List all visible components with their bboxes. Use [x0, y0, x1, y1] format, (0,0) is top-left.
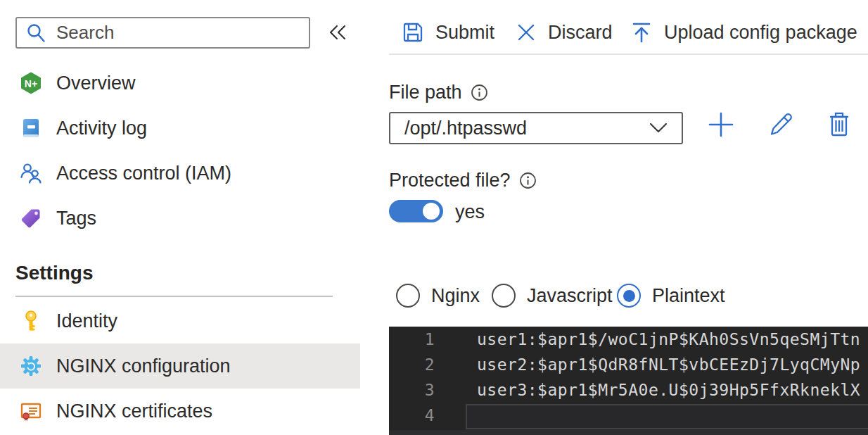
sidebar-divider: [15, 296, 333, 297]
double-chevron-left-icon: [326, 21, 349, 44]
upload-icon: [630, 21, 653, 44]
discard-button[interactable]: Discard: [516, 18, 613, 46]
radio-circle-icon: [492, 284, 516, 308]
radio-label: Plaintext: [652, 285, 725, 307]
main-panel: Submit Discard Upload config package: [389, 0, 868, 435]
nginx-configuration-page: N+ Overview Activity log: [0, 0, 868, 435]
sidebar-item-nginx-certificates[interactable]: NGINX certificates: [0, 389, 360, 434]
certificate-icon: [20, 400, 42, 422]
sidebar-item-access-control[interactable]: Access control (IAM): [0, 151, 360, 196]
collapse-sidebar-button[interactable]: [326, 21, 349, 44]
protected-file-toggle[interactable]: [389, 200, 443, 222]
sidebar-item-nginx-configuration[interactable]: NGINX configuration: [0, 343, 360, 389]
line-number: 4: [389, 406, 435, 424]
chevron-down-icon: [649, 122, 668, 134]
radio-label: Nginx: [431, 285, 480, 307]
pencil-icon: [767, 111, 795, 139]
nginx-plus-icon: N+: [20, 72, 42, 94]
radio-circle-checked-icon: [617, 284, 641, 308]
save-icon: [402, 21, 424, 44]
editor-line[interactable]: 4: [389, 403, 868, 428]
toggle-state-label: yes: [455, 201, 485, 223]
trash-icon: [825, 111, 853, 139]
radio-nginx[interactable]: Nginx: [396, 284, 480, 308]
sidebar-item-label: Overview: [56, 72, 136, 94]
sidebar-item-overview[interactable]: N+ Overview: [0, 61, 360, 106]
file-path-dropdown[interactable]: /opt/.htpasswd: [389, 112, 683, 144]
close-x-icon: [516, 22, 537, 43]
plus-icon: [707, 111, 735, 139]
discard-label: Discard: [548, 22, 613, 44]
file-path-value: /opt/.htpasswd: [404, 118, 649, 139]
protected-file-label-text: Protected file?: [389, 170, 511, 191]
edit-file-button[interactable]: [767, 111, 795, 139]
sidebar: N+ Overview Activity log: [0, 0, 389, 435]
sidebar-item-tags[interactable]: Tags: [0, 196, 360, 241]
editor-line[interactable]: 3 user3:$apr1$Mr5A0e.U$0j39Hp5FfxRkneklX: [389, 377, 868, 403]
add-file-button[interactable]: [707, 111, 735, 139]
line-content: user3:$apr1$Mr5A0e.U$0j39Hp5FfxRkneklX: [435, 381, 860, 399]
info-icon[interactable]: [519, 172, 537, 189]
sidebar-item-label: Activity log: [56, 118, 147, 139]
sidebar-item-label: Access control (IAM): [56, 163, 231, 184]
search-input[interactable]: [56, 22, 300, 44]
sidebar-item-label: NGINX certificates: [56, 401, 212, 422]
submit-label: Submit: [435, 22, 494, 44]
search-icon: [25, 23, 46, 44]
gear-icon: [20, 355, 42, 377]
radio-javascript[interactable]: Javascript: [492, 284, 613, 308]
sidebar-item-label: Identity: [56, 310, 117, 332]
search-box[interactable]: [15, 17, 310, 49]
line-content: user1:$apr1$/woC1jnP$KAh0SsVn5qeSMjTtn: [435, 330, 860, 348]
submit-button[interactable]: Submit: [402, 18, 494, 46]
line-content: user2:$apr1$QdR8fNLT$vbCEEzDj7LyqCMyNp: [435, 355, 860, 374]
delete-file-button[interactable]: [825, 111, 853, 139]
protected-file-label: Protected file?: [389, 170, 537, 191]
sidebar-item-label: NGINX configuration: [56, 355, 231, 377]
config-file-editor[interactable]: 1 user1:$apr1$/woC1jnP$KAh0SsVn5qeSMjTtn…: [389, 327, 868, 435]
toggle-knob: [423, 203, 440, 220]
editor-scrollbar-track[interactable]: [389, 430, 868, 435]
settings-section-header: Settings: [15, 262, 93, 284]
people-icon: [20, 162, 42, 184]
sidebar-item-label: Tags: [56, 208, 96, 229]
editor-line[interactable]: 2 user2:$apr1$QdR8fNLT$vbCEEzDj7LyqCMyNp: [389, 352, 868, 377]
tag-icon: [20, 207, 42, 229]
upload-label: Upload config package: [664, 22, 857, 44]
line-number: 1: [389, 330, 435, 348]
sidebar-item-identity[interactable]: Identity: [0, 298, 360, 343]
svg-text:N+: N+: [25, 78, 37, 89]
upload-config-package-button[interactable]: Upload config package: [630, 18, 857, 46]
radio-plaintext[interactable]: Plaintext: [617, 284, 725, 308]
toolbar-divider: [389, 53, 868, 55]
radio-circle-icon: [396, 284, 420, 308]
file-path-label-text: File path: [389, 82, 462, 103]
sidebar-item-activity-log[interactable]: Activity log: [0, 106, 360, 151]
activity-log-icon: [20, 117, 42, 139]
line-number: 3: [389, 381, 435, 399]
key-icon: [20, 310, 42, 332]
editor-line[interactable]: 1 user1:$apr1$/woC1jnP$KAh0SsVn5qeSMjTtn: [389, 327, 868, 352]
file-path-label: File path: [389, 82, 488, 103]
radio-label: Javascript: [527, 285, 613, 307]
line-number: 2: [389, 355, 435, 374]
info-icon[interactable]: [471, 84, 488, 101]
